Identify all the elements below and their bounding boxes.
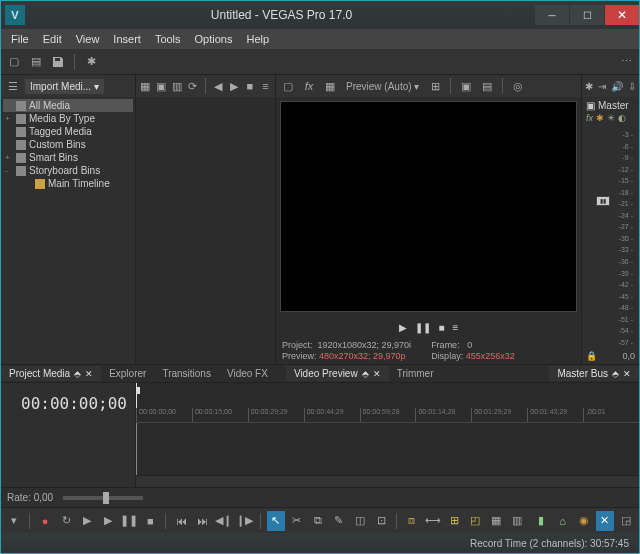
stop-icon[interactable]: ■ [141, 511, 159, 531]
fx-icon[interactable]: fx [300, 77, 318, 95]
menu-file[interactable]: File [5, 31, 35, 47]
play-icon[interactable]: ▶ [399, 322, 407, 333]
tool-icon[interactable]: ◰ [466, 511, 484, 531]
tool-icon[interactable]: ✕ [596, 511, 614, 531]
pin-icon[interactable]: ⬘ [612, 369, 619, 379]
tree-smart-bins[interactable]: +Smart Bins [3, 151, 133, 164]
menu-tools[interactable]: Tools [149, 31, 187, 47]
tab-video-preview[interactable]: Video Preview⬘✕ [286, 366, 389, 381]
preview-quality-dropdown[interactable]: Preview (Auto) ▾ [342, 79, 423, 94]
pause-icon[interactable]: ❚❚ [120, 511, 138, 531]
tree-media-by-type[interactable]: +Media By Type [3, 112, 133, 125]
open-icon[interactable]: ▤ [27, 53, 45, 71]
tool-icon[interactable]: ◫ [351, 511, 369, 531]
play-start-icon[interactable]: ▶ [78, 511, 96, 531]
tb-icon[interactable]: ▤ [478, 77, 496, 95]
timeline-tracks[interactable] [136, 423, 639, 475]
close-icon[interactable]: ✕ [373, 369, 381, 379]
stop-icon[interactable]: ■ [439, 322, 445, 333]
tb-icon[interactable]: ▢ [279, 77, 297, 95]
tool-icon[interactable]: ⌂ [554, 511, 572, 531]
tool-icon[interactable]: ▮ [532, 511, 550, 531]
menu-help[interactable]: Help [240, 31, 275, 47]
rate-slider[interactable] [63, 496, 143, 500]
normal-edit-icon[interactable]: ↖ [267, 511, 285, 531]
tab-explorer[interactable]: Explorer [101, 366, 154, 381]
tool-icon[interactable]: ✂ [288, 511, 306, 531]
views-icon[interactable]: ☰ [4, 77, 22, 95]
stop-icon[interactable]: ■ [243, 77, 256, 95]
insert-bus-icon[interactable]: ⇥ [598, 81, 606, 92]
tb-icon[interactable]: ▦ [321, 77, 339, 95]
tool-icon[interactable]: ▦ [487, 511, 505, 531]
help-icon[interactable]: ⋯ [617, 53, 635, 71]
loop-icon[interactable]: ↻ [57, 511, 75, 531]
tree-custom-bins[interactable]: Custom Bins [3, 138, 133, 151]
pin-icon[interactable]: ⬘ [74, 369, 81, 379]
tab-trimmer[interactable]: Trimmer [389, 366, 442, 381]
tb-icon[interactable]: ▣ [457, 77, 475, 95]
tab-project-media[interactable]: Project Media⬘✕ [1, 366, 101, 381]
close-icon[interactable]: ✕ [623, 369, 631, 379]
play-icon[interactable]: ▶ [99, 511, 117, 531]
close-icon[interactable]: ✕ [85, 369, 93, 379]
tool-icon[interactable]: ✎ [330, 511, 348, 531]
menu-edit[interactable]: Edit [37, 31, 68, 47]
next-frame-icon[interactable]: ❙▶ [236, 511, 254, 531]
menu-options[interactable]: Options [189, 31, 239, 47]
play-icon[interactable]: ▶ [228, 77, 241, 95]
fx-icon[interactable]: fx [586, 113, 593, 127]
speaker-icon[interactable]: 🔊 [611, 81, 623, 92]
tb-icon[interactable]: ≡ [259, 77, 272, 95]
tb-icon[interactable]: ⊞ [426, 77, 444, 95]
tb-icon[interactable]: ✱ [596, 113, 604, 127]
tb-icon[interactable]: ▥ [171, 77, 184, 95]
tool-icon[interactable]: ⊡ [372, 511, 390, 531]
tb-icon[interactable]: ▣ [155, 77, 168, 95]
close-button[interactable]: ✕ [605, 5, 639, 25]
expand-icon[interactable]: ▣ [586, 100, 595, 111]
record-icon[interactable]: ● [36, 511, 54, 531]
timeline-ruler[interactable]: 00:00:00;0000:00:15;0000:00:29;2900:00:4… [136, 383, 639, 423]
tb-icon[interactable]: ◀ [212, 77, 225, 95]
prev-frame-icon[interactable]: ◀❙ [215, 511, 233, 531]
tb-icon[interactable]: ▦ [139, 77, 152, 95]
tab-video-fx[interactable]: Video FX [219, 366, 276, 381]
lock-icon[interactable]: 🔒 [586, 351, 597, 361]
tree-main-timeline[interactable]: Main Timeline [3, 177, 133, 190]
menu-icon[interactable]: ≡ [453, 322, 459, 333]
menu-view[interactable]: View [70, 31, 106, 47]
pause-icon[interactable]: ❚❚ [415, 322, 431, 333]
go-end-icon[interactable]: ⏭ [193, 511, 211, 531]
tb-icon[interactable]: ◎ [509, 77, 527, 95]
new-project-icon[interactable]: ▢ [5, 53, 23, 71]
tab-master-bus[interactable]: Master Bus⬘✕ [549, 366, 639, 381]
save-icon[interactable] [49, 53, 67, 71]
go-start-icon[interactable]: ⏮ [172, 511, 190, 531]
tb-icon[interactable]: ⟳ [186, 77, 199, 95]
tool-icon[interactable]: ⧉ [309, 511, 327, 531]
tool-icon[interactable]: ⟷ [424, 511, 442, 531]
gear-icon[interactable]: ✱ [585, 81, 593, 92]
minimize-button[interactable]: ─ [535, 5, 569, 25]
tree-storyboard-bins[interactable]: -Storyboard Bins [3, 164, 133, 177]
timeline-scrollbar[interactable] [136, 475, 639, 487]
tool-icon[interactable]: ◲ [617, 511, 635, 531]
snap-icon[interactable]: ⧈ [403, 511, 421, 531]
tree-tagged-media[interactable]: Tagged Media [3, 125, 133, 138]
timecode-display[interactable]: 00:00:00;00 [1, 383, 135, 423]
tb-icon[interactable]: ☀ [607, 113, 615, 127]
tool-icon[interactable]: ◉ [575, 511, 593, 531]
tb-icon[interactable]: ◐ [618, 113, 626, 127]
properties-icon[interactable]: ✱ [82, 53, 100, 71]
tab-transitions[interactable]: Transitions [154, 366, 219, 381]
master-fader[interactable]: ▮▮ [596, 196, 610, 206]
tool-icon[interactable]: ⊞ [445, 511, 463, 531]
menu-insert[interactable]: Insert [107, 31, 147, 47]
tool-icon[interactable]: ▾ [5, 511, 23, 531]
pin-icon[interactable]: ⬘ [362, 369, 369, 379]
maximize-button[interactable]: ☐ [570, 5, 604, 25]
dim-icon[interactable]: ⇩ [628, 81, 636, 92]
import-media-button[interactable]: Import Medi...▾ [25, 79, 104, 94]
tree-all-media[interactable]: All Media [3, 99, 133, 112]
